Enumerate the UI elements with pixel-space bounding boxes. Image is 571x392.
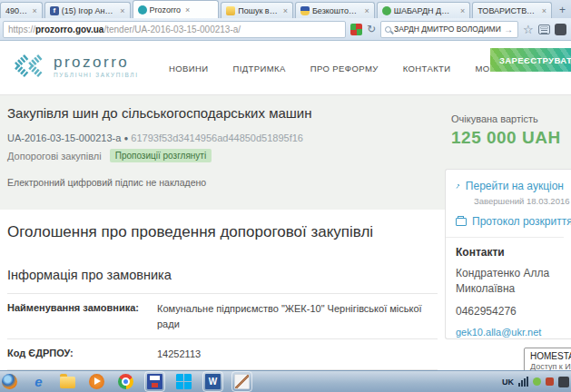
id-separator: ● [123, 134, 128, 142]
logo-wordmark: prozorro [54, 54, 139, 70]
address-bar[interactable]: https://prozorro.gov.ua/tender/UA-2016-0… [3, 21, 346, 38]
tab-search-records[interactable]: Пошук відомосте.. × [221, 2, 293, 18]
green-favicon [382, 6, 391, 15]
register-button[interactable]: ЗАРЕЄСТРУВАТИСЬ [490, 48, 571, 72]
auction-link[interactable]: Перейти на аукціон [456, 180, 564, 192]
network-signal-icon[interactable] [518, 377, 528, 387]
firefox-icon[interactable] [2, 374, 17, 389]
tab-prozorro-active[interactable]: Prozorro × [133, 0, 220, 18]
contact-email-link[interactable]: gek10.alla@ukr.net [456, 327, 564, 338]
contact-name: Кондратенко Алла Миколаївна [456, 266, 560, 298]
new-tab-button[interactable]: + [554, 2, 571, 18]
tray-dark-icon[interactable] [558, 377, 569, 387]
browser-tab-bar: 490) - i.an... × f (15) Ігор Андрійче...… [0, 0, 571, 18]
tab-facebook[interactable]: f (15) Ігор Андрійче... × [44, 2, 131, 18]
tender-category: Допорогові закупівлі [7, 151, 102, 162]
search-box[interactable]: → [380, 21, 518, 38]
row-label: Найменування замовника: [7, 301, 157, 331]
language-indicator[interactable]: UK [502, 377, 514, 387]
table-row: Найменування замовника: Комунальне підпр… [7, 293, 438, 338]
tray-green-icon[interactable] [533, 377, 541, 386]
close-icon[interactable]: × [183, 5, 190, 15]
close-icon[interactable]: × [362, 6, 369, 15]
nav-news[interactable]: НОВИНИ [169, 64, 209, 74]
main-nav: НОВИНИ ПІДТРИМКА ПРО РЕФОРМУ КОНТАКТИ МО… [169, 42, 536, 94]
tab-mail[interactable]: 490) - i.an... × [0, 2, 43, 18]
tab-free-service[interactable]: Безкоштовний за.. × [295, 2, 375, 18]
close-icon[interactable]: × [281, 6, 288, 15]
card-divider [446, 237, 564, 238]
trident-shield-icon [300, 6, 310, 15]
pocket-icon[interactable] [555, 24, 566, 35]
expected-value-amount: 125 000 UAH [451, 128, 561, 148]
tab-company[interactable]: ТОВАРИСТВО З ОБМ... × [472, 2, 552, 18]
tender-id-row: UA-2016-03-15-000213-a ● 61793f53d341495… [7, 132, 303, 143]
tab-title: (15) Ігор Андрійче... [62, 6, 115, 15]
search-go-icon[interactable]: → [504, 24, 513, 34]
extension-icon[interactable] [350, 24, 362, 35]
close-icon[interactable]: × [118, 6, 124, 15]
search-input[interactable] [394, 24, 501, 34]
screen: 490) - i.an... × f (15) Ігор Андрійче...… [0, 0, 571, 392]
folder-icon [456, 218, 467, 226]
backup-app-icon[interactable] [147, 374, 162, 389]
logo-tagline: публічні закупівлі [54, 72, 139, 78]
chrome-icon[interactable] [118, 374, 133, 389]
auction-link-label: Перейти на аукціон [466, 180, 564, 192]
close-icon[interactable]: × [540, 6, 546, 15]
tab-person-search[interactable]: ШАБАРДН ДМИТ... × [377, 2, 471, 18]
url-protocol: https:// [8, 24, 35, 34]
contacts-heading: Контакти [456, 246, 564, 259]
windows-icon[interactable] [176, 374, 192, 389]
browser-nav-bar: https://prozorro.gov.ua/tender/UA-2016-0… [0, 18, 571, 41]
library-icon[interactable] [538, 24, 550, 34]
tender-id: UA-2016-03-15-000213-a [7, 132, 121, 143]
url-domain: prozorro.gov.ua [35, 24, 103, 34]
tender-title: Закупівля шин до сільськогосподарських м… [7, 105, 312, 121]
nav-contacts[interactable]: КОНТАКТИ [403, 64, 451, 74]
windows-taskbar: e W UK [0, 370, 571, 392]
row-label: Код ЄДРПОУ: [7, 347, 157, 362]
expected-value-label: Очікувана вартість [451, 113, 561, 124]
nav-about-reform[interactable]: ПРО РЕФОРМУ [310, 64, 379, 74]
graphics-app-icon[interactable] [234, 374, 250, 389]
bookmark-star-icon[interactable]: ☆ [523, 24, 534, 35]
prozorro-logo-icon [11, 54, 45, 78]
expected-value-block: Очікувана вартість 125 000 UAH [451, 113, 561, 148]
signature-note: Електронний цифровий підпис не накладено [7, 177, 206, 188]
gavel-icon [456, 181, 460, 192]
close-icon[interactable]: × [31, 6, 37, 15]
register-button-label: ЗАРЕЄСТРУВАТИСЬ [499, 55, 571, 65]
internet-explorer-icon[interactable]: e [31, 374, 46, 389]
tender-hash: 61793f53d3414956ad44850d51895f16 [131, 132, 303, 143]
tab-title: Безкоштовний за.. [312, 6, 359, 15]
search-icon [385, 26, 391, 33]
page-viewport: prozorro публічні закупівлі НОВИНИ ПІДТР… [0, 42, 571, 370]
network-tooltip: HOMESTAR Доступ к Интернету [524, 348, 571, 370]
sidebar-card: Перейти на аукціон Завершений 18.03.2016… [445, 169, 571, 339]
media-player-icon[interactable] [89, 374, 104, 389]
tab-title: Prozorro [150, 5, 182, 15]
table-row: Код ЄДРПОУ: 14252113 [7, 338, 438, 369]
auction-completed-date: Завершений 18.03.2016 11:21 [474, 196, 564, 206]
prozorro-logo[interactable]: prozorro публічні закупівлі [11, 54, 139, 78]
prozorro-favicon [138, 5, 147, 15]
nav-support[interactable]: ПІДТРИМКА [233, 64, 286, 74]
protocol-link[interactable]: Протокол розкриття [456, 215, 564, 228]
customer-info-title: Інформація про замовника [7, 268, 172, 282]
customer-info-table: Найменування замовника: Комунальне підпр… [7, 293, 438, 370]
file-explorer-icon[interactable] [60, 377, 75, 388]
tab-title: Пошук відомосте.. [238, 6, 278, 15]
row-value: Комунальне підприємство "ЖЕК-10" Чернігі… [157, 301, 438, 331]
announcement-title: Оголошення про проведення допорогової за… [7, 223, 373, 241]
reload-icon[interactable]: ↻ [367, 24, 376, 34]
contact-phone: 0462954276 [456, 305, 564, 318]
status-badge: Пропозиції розглянуті [110, 149, 212, 162]
protocol-link-label: Протокол розкриття [472, 215, 571, 228]
word-icon[interactable]: W [205, 374, 221, 389]
row-value: 14252113 [157, 347, 438, 362]
tray-red-icon[interactable] [546, 377, 554, 386]
system-tray: UK [502, 371, 569, 392]
close-icon[interactable]: × [458, 6, 465, 15]
tab-title: 490) - i.an... [5, 6, 28, 15]
